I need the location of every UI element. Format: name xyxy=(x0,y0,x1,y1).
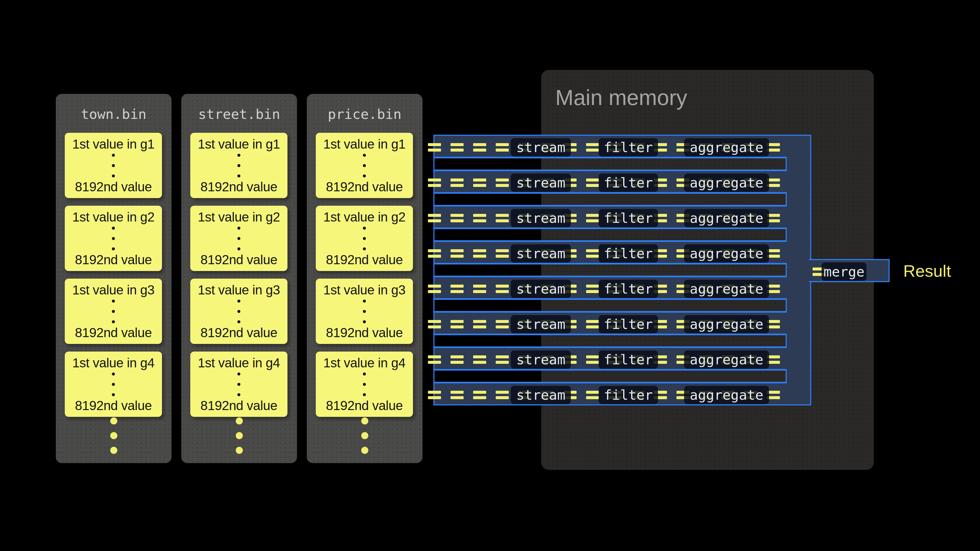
pipeline-lane: streamfilteraggregate xyxy=(433,170,787,193)
stage-box-aggregate: aggregate xyxy=(684,209,769,227)
stage-box-filter: filter xyxy=(599,138,658,156)
granule-block: 1st value in g1 8192nd value xyxy=(190,133,288,198)
ellipsis-dots-icon xyxy=(112,227,115,250)
granule-last-value: 8192nd value xyxy=(75,179,152,194)
granule-last-value: 8192nd value xyxy=(200,325,277,340)
granule-block: 1st value in g2 8192nd value xyxy=(190,206,288,271)
stage-box-stream: stream xyxy=(511,174,571,192)
granule-first-value: 1st value in g3 xyxy=(197,283,280,297)
file-column-street: street.bin 1st value in g1 8192nd value … xyxy=(181,94,297,463)
data-chunk-icon xyxy=(496,356,509,364)
data-chunk-icon xyxy=(586,356,599,364)
ellipsis-dots-icon xyxy=(363,300,366,323)
file-column-price: price.bin 1st value in g1 8192nd value 1… xyxy=(307,94,423,463)
stage-box-filter: filter xyxy=(599,280,658,298)
pipeline-lane: streamfilteraggregate xyxy=(433,276,787,299)
granule-block: 1st value in g3 8192nd value xyxy=(65,279,162,344)
granule-last-value: 8192nd value xyxy=(326,252,402,267)
stage-box-stream: stream xyxy=(511,280,571,298)
stage-box-filter: filter xyxy=(599,386,658,404)
data-chunk-icon xyxy=(450,284,464,293)
data-chunk-icon xyxy=(473,320,486,329)
granule-last-value: 8192nd value xyxy=(200,398,277,413)
granule-block: 1st value in g3 8192nd value xyxy=(316,279,413,344)
granule-block: 1st value in g2 8192nd value xyxy=(65,206,162,271)
ellipsis-dots-icon xyxy=(56,418,172,454)
pipeline-thin-lane xyxy=(433,193,787,206)
granule-block: 1st value in g2 8192nd value xyxy=(316,206,413,271)
file-title: price.bin xyxy=(307,105,423,124)
data-chunk-icon xyxy=(496,143,509,152)
data-chunk-icon xyxy=(428,249,441,258)
data-chunk-icon xyxy=(473,391,486,399)
granule-first-value: 1st value in g2 xyxy=(323,210,405,224)
granule-first-value: 1st value in g4 xyxy=(323,356,405,370)
data-chunk-icon xyxy=(496,391,509,399)
stage-box-filter: filter xyxy=(599,315,658,333)
data-chunk-icon xyxy=(428,284,441,293)
merge-lane: merge xyxy=(809,259,889,282)
granule-last-value: 8192nd value xyxy=(326,398,402,413)
ellipsis-dots-icon xyxy=(237,154,240,178)
stage-box-stream: stream xyxy=(511,351,571,369)
merge-box: merge xyxy=(822,263,867,281)
pipeline-thin-lane xyxy=(433,299,787,312)
granule-last-value: 8192nd value xyxy=(200,252,277,267)
ellipsis-dots-icon xyxy=(237,373,240,396)
granule-first-value: 1st value in g1 xyxy=(72,137,154,152)
pipeline-lane: streamfilteraggregate xyxy=(433,135,787,158)
pipeline-thin-lane xyxy=(433,264,787,277)
granule-block: 1st value in g4 8192nd value xyxy=(316,351,413,417)
data-chunk-icon xyxy=(450,391,464,399)
granule-first-value: 1st value in g2 xyxy=(197,210,280,224)
granule-first-value: 1st value in g4 xyxy=(197,356,280,370)
data-chunk-icon xyxy=(473,178,486,187)
ellipsis-dots-icon xyxy=(112,373,115,396)
data-chunk-icon xyxy=(450,356,464,364)
granule-first-value: 1st value in g1 xyxy=(323,137,405,152)
ellipsis-dots-icon xyxy=(237,300,240,323)
data-chunk-icon xyxy=(586,391,599,399)
stage-box-filter: filter xyxy=(599,245,658,263)
file-column-town: town.bin 1st value in g1 8192nd value 1s… xyxy=(56,94,172,463)
granule-last-value: 8192nd value xyxy=(75,398,152,413)
data-chunk-icon xyxy=(428,214,441,222)
pipeline-lane: streamfilteraggregate xyxy=(433,205,787,229)
pipeline-lane: streamfilteraggregate xyxy=(433,382,787,405)
granule-first-value: 1st value in g3 xyxy=(72,283,154,297)
granule-last-value: 8192nd value xyxy=(326,179,402,194)
pipeline-thin-lane xyxy=(433,370,787,383)
pipeline-thin-lane xyxy=(433,334,787,348)
granule-first-value: 1st value in g1 xyxy=(197,137,280,152)
granule-first-value: 1st value in g2 xyxy=(72,210,154,224)
stage-box-filter: filter xyxy=(599,351,658,369)
stage-box-aggregate: aggregate xyxy=(684,351,769,369)
data-chunk-icon xyxy=(450,178,464,187)
pipeline-thin-lane xyxy=(433,157,787,171)
pipeline-thin-lane xyxy=(433,228,787,241)
granule-first-value: 1st value in g3 xyxy=(323,283,405,297)
data-chunk-icon xyxy=(586,143,599,152)
stage-box-aggregate: aggregate xyxy=(684,280,769,298)
data-chunk-icon xyxy=(586,214,599,222)
pipeline-lane: streamfilteraggregate xyxy=(433,311,787,335)
data-chunk-icon xyxy=(473,356,486,364)
data-chunk-icon xyxy=(450,143,464,152)
stage-box-stream: stream xyxy=(511,138,571,156)
file-title: street.bin xyxy=(181,105,297,124)
granule-last-value: 8192nd value xyxy=(75,325,152,340)
pipeline-lane: streamfilteraggregate xyxy=(433,241,787,264)
stage-box-aggregate: aggregate xyxy=(684,174,769,192)
data-chunk-icon xyxy=(586,320,599,329)
ellipsis-dots-icon xyxy=(237,227,240,250)
diagram-canvas: town.bin 1st value in g1 8192nd value 1s… xyxy=(0,0,980,551)
data-chunk-icon xyxy=(496,284,509,293)
stage-box-stream: stream xyxy=(511,386,571,404)
data-chunk-icon xyxy=(473,284,486,293)
stage-box-filter: filter xyxy=(599,174,658,192)
granule-last-value: 8192nd value xyxy=(326,325,402,340)
stage-box-stream: stream xyxy=(511,245,571,263)
ellipsis-dots-icon xyxy=(112,300,115,323)
granule-block: 1st value in g1 8192nd value xyxy=(316,133,413,198)
ellipsis-dots-icon xyxy=(363,154,366,178)
